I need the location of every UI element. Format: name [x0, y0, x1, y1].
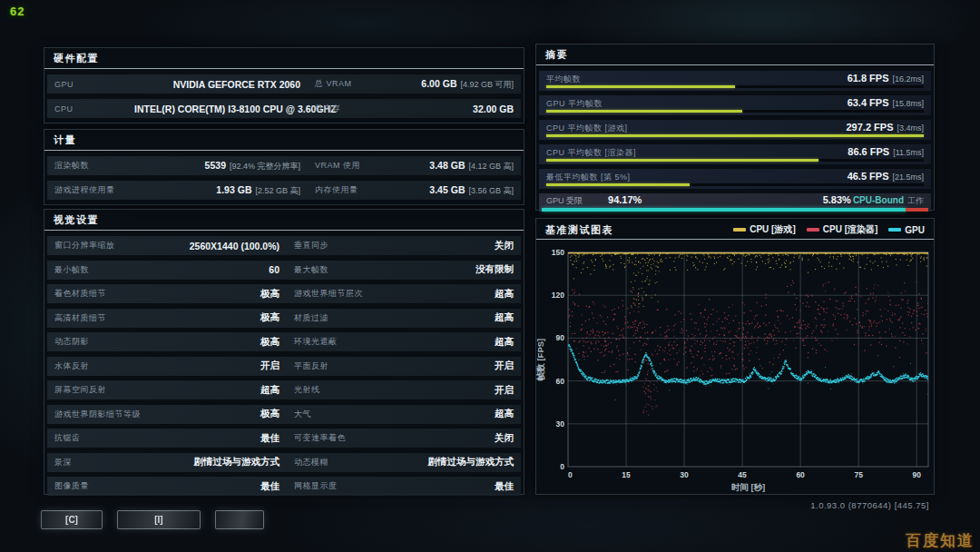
key-prompt-bar: [C][I] [41, 510, 264, 529]
summary-row-line: CPU 平均帧数 [游戏]297.2 FPS[3.4ms] [546, 122, 924, 134]
setting-value: 超高 [423, 408, 521, 420]
key-prompt-button[interactable]: [C] [41, 510, 103, 529]
fps-bar-fill [546, 110, 742, 113]
setting-label: 游戏世界阴影细节等级 [47, 409, 181, 420]
setting-row: 景深剧情过场与游戏方式动态模糊剧情过场与游戏方式 [47, 453, 521, 472]
summary-row-line: 最低平均帧数 [第 5%]46.5 FPS[21.5ms] [546, 171, 924, 183]
legend-swatch [888, 228, 901, 232]
gpu-bound-percent: 94.17% [608, 194, 642, 205]
setting-value: 1.93 GB[2.52 GB 高] [134, 184, 300, 197]
summary-label: 平均帧数 [546, 74, 581, 85]
panel-title: 摘要 [536, 44, 934, 65]
chart-legend: CPU [游戏]CPU [渲染器]GPU [733, 223, 925, 236]
cpu-bound-label: CPU-Bound [853, 195, 904, 205]
chart-header: 基准测试图表 CPU [游戏]CPU [渲染器]GPU [536, 219, 934, 240]
summary-label: 最低平均帧数 [第 5%] [546, 172, 631, 183]
legend-item: CPU [游戏] [733, 223, 796, 236]
setting-value: 极高 [181, 336, 279, 349]
setting-value-detail: [92.4% 完整分辨率] [230, 162, 300, 171]
watermark-baidu-zhidao: 百度知道 [906, 530, 975, 551]
setting-row: 游戏进程使用量1.93 GB[2.52 GB 高]内存使用量3.45 GB[3.… [47, 181, 521, 200]
summary-label: CPU 平均帧数 [游戏] [546, 123, 628, 134]
legend-label: CPU [渲染器] [823, 223, 878, 236]
summary-panel: 摘要 平均帧数61.8 FPS[16.2ms]GPU 平均帧数63.4 FPS[… [535, 44, 935, 211]
legend-swatch [733, 228, 746, 232]
setting-label: 可变速率着色 [279, 432, 423, 444]
setting-row: 高清材质细节极高材质过滤超高 [47, 309, 521, 328]
bound-bar-gpu-segment [542, 208, 906, 212]
setting-value: 开启 [423, 384, 521, 397]
setting-value: 剧情过场与游戏方式 [181, 456, 279, 468]
benchmark-chart-panel: 基准测试图表 CPU [游戏]CPU [渲染器]GPU 030609012015… [535, 218, 935, 495]
summary-value-ms: [15.8ms] [892, 99, 924, 108]
setting-label: 平面反射 [279, 360, 423, 372]
summary-row: 平均帧数61.8 FPS[16.2ms] [539, 71, 931, 91]
svg-text:0: 0 [560, 462, 564, 471]
setting-value: 极高 [181, 408, 279, 420]
chart-title: 基准测试图表 [545, 223, 613, 237]
fps-bar-fill [546, 159, 818, 162]
fps-bar-track [546, 110, 924, 113]
setting-label: 环境光遮蔽 [279, 336, 423, 348]
setting-label: 总内存 [300, 103, 418, 114]
panel-title: 硬件配置 [44, 48, 524, 69]
summary-row-line: 平均帧数61.8 FPS[16.2ms] [546, 73, 924, 85]
svg-text:60: 60 [796, 470, 805, 479]
cpu-bound-suffix: 工作 [907, 195, 924, 207]
summary-value: 297.2 FPS[3.4ms] [847, 122, 925, 133]
key-prompt-button[interactable] [215, 510, 264, 529]
setting-value: 超高 [181, 384, 279, 397]
fps-bar-track [546, 134, 924, 137]
svg-text:120: 120 [552, 291, 564, 300]
setting-row: CPUINTEL(R) CORE(TM) I3-8100 CPU @ 3.60G… [47, 99, 521, 118]
setting-label: 着色材质细节 [47, 288, 181, 300]
fps-counter: 62 [7, 5, 27, 18]
setting-value: 超高 [423, 288, 521, 301]
summary-row: GPU 平均帧数63.4 FPS[15.8ms] [539, 95, 931, 115]
svg-text:150: 150 [552, 248, 564, 257]
setting-label: GPU [47, 80, 134, 89]
setting-row: 最小帧数60最大帧数没有限制 [47, 261, 521, 280]
chart-scatter-plot [568, 252, 928, 467]
setting-value: 没有限制 [423, 263, 521, 276]
setting-label: 网格显示度 [279, 480, 423, 492]
setting-row: 水体反射开启平面反射开启 [47, 357, 521, 376]
setting-label: 光射线 [279, 384, 423, 396]
setting-label: 图像质量 [47, 480, 181, 492]
summary-value: 46.5 FPS[21.5ms] [848, 171, 924, 182]
summary-value-ms: [3.4ms] [897, 123, 924, 133]
summary-value-ms: [16.2ms] [892, 74, 924, 84]
setting-value: 超高 [423, 311, 521, 324]
setting-label: 动态模糊 [279, 457, 423, 468]
key-prompt-button[interactable]: [I] [117, 510, 201, 529]
legend-item: GPU [888, 225, 925, 235]
summary-row-line: CPU 平均帧数 [渲染器]86.6 FPS[11.5ms] [546, 146, 924, 159]
setting-value: 最佳 [181, 432, 279, 445]
setting-value-detail: [3.56 GB 高] [468, 186, 514, 195]
setting-label: 抗锯齿 [47, 432, 181, 444]
setting-row: 游戏世界阴影细节等级极高大气超高 [47, 405, 521, 424]
summary-value: 86.6 FPS[11.5ms] [848, 146, 924, 157]
setting-value: 开启 [423, 360, 521, 372]
cpu-bound-percent: 5.83% [823, 194, 851, 205]
fps-bar-fill [546, 183, 690, 186]
setting-value: 关闭 [423, 432, 521, 445]
setting-row: 渲染帧数5539[92.4% 完整分辨率]VRAM 使用3.48 GB[4.12… [47, 156, 521, 175]
summary-row-line: GPU 平均帧数63.4 FPS[15.8ms] [546, 97, 924, 110]
svg-text:90: 90 [912, 470, 921, 479]
setting-value: NVIDIA GEFORCE RTX 2060 [134, 79, 300, 90]
svg-text:15: 15 [622, 470, 631, 479]
summary-row: CPU 平均帧数 [渲染器]86.6 FPS[11.5ms] [539, 144, 931, 164]
setting-value: 3.45 GB[3.56 GB 高] [418, 184, 521, 197]
summary-label: CPU 平均帧数 [渲染器] [546, 147, 636, 159]
svg-text:0: 0 [568, 470, 573, 479]
visual-settings-panel: 视觉设置 窗口分辨率缩放2560X1440 (100.0%)垂直同步关闭最小帧数… [44, 209, 524, 495]
setting-label: CPU [47, 104, 134, 113]
setting-label: 窗口分辨率缩放 [47, 240, 181, 251]
svg-text:30: 30 [680, 470, 689, 479]
setting-row: 窗口分辨率缩放2560X1440 (100.0%)垂直同步关闭 [47, 236, 521, 255]
setting-value: 60 [181, 264, 279, 275]
fps-bar-fill [546, 134, 924, 137]
legend-label: GPU [905, 225, 925, 235]
setting-row: 动态阴影极高环境光遮蔽超高 [47, 332, 521, 351]
